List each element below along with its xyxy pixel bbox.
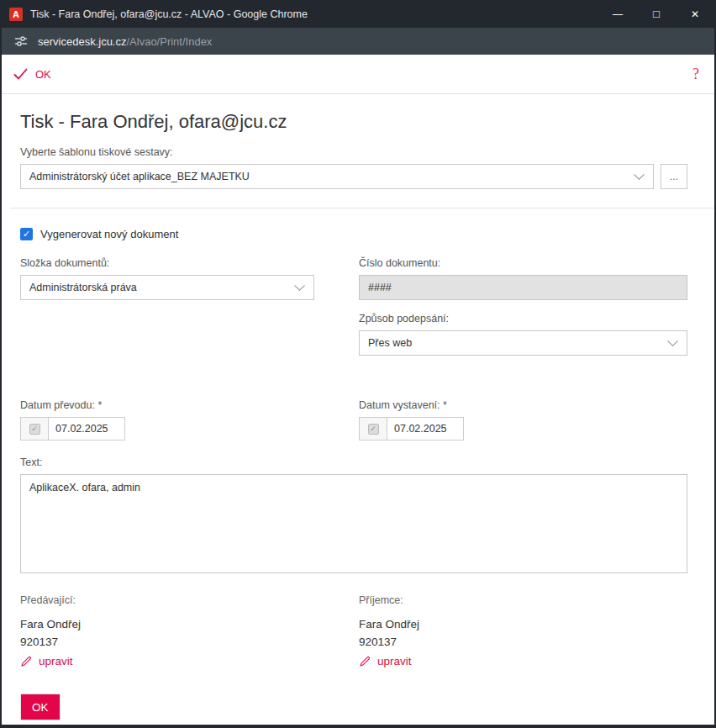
generate-document-checkbox[interactable]: ✓ Vygenerovat nový dokument	[20, 228, 687, 240]
handover-name: Fara Ondřej	[20, 618, 314, 630]
transfer-date-label: Datum převodu: *	[20, 399, 314, 411]
transfer-date-widget: ✓	[20, 417, 314, 440]
recipient-label: Příjemce:	[359, 594, 687, 606]
recipient-number: 920137	[359, 636, 687, 648]
handover-number: 920137	[20, 636, 314, 648]
help-icon[interactable]: ?	[692, 66, 699, 83]
recipient-name: Fara Ondřej	[359, 618, 687, 630]
doc-number-input	[359, 275, 687, 300]
issue-date-widget: ✓	[359, 417, 687, 440]
sign-method-select-value: Přes web	[368, 337, 412, 349]
handover-edit-link[interactable]: upravit	[20, 655, 73, 667]
chevron-down-icon	[667, 335, 678, 346]
window-controls: — □ ✕	[598, 0, 714, 28]
toolbar-ok-button[interactable]: OK	[13, 68, 51, 81]
issue-date-checkbox[interactable]: ✓	[359, 417, 387, 440]
url-domain: servicedesk.jcu.cz	[38, 35, 126, 48]
folder-select[interactable]: Administrátorská práva	[20, 275, 314, 300]
handover-label: Předávající:	[20, 594, 314, 606]
sign-method-label: Způsob podepsání:	[359, 313, 687, 324]
page-title: Tisk - Fara Ondřej, ofara@jcu.cz	[20, 111, 687, 133]
check-icon	[13, 68, 28, 80]
close-button[interactable]: ✕	[676, 0, 714, 28]
text-label: Text:	[20, 456, 687, 468]
section-divider	[10, 208, 714, 208]
title-bar: A Tisk - Fara Ondřej, ofara@jcu.cz - ALV…	[2, 0, 714, 28]
window-title: Tisk - Fara Ondřej, ofara@jcu.cz - ALVAO…	[30, 8, 598, 20]
recipient-edit-link[interactable]: upravit	[359, 655, 412, 667]
text-input[interactable]: AplikaceX. ofara, admin	[20, 474, 687, 573]
transfer-date-input[interactable]	[48, 417, 125, 440]
template-select-value: Administrátorský účet aplikace_BEZ MAJET…	[29, 171, 250, 182]
handover-edit-label: upravit	[39, 655, 73, 667]
template-select[interactable]: Administrátorský účet aplikace_BEZ MAJET…	[20, 164, 654, 189]
browser-window: A Tisk - Fara Ondřej, ofara@jcu.cz - ALV…	[0, 0, 716, 728]
folder-label: Složka dokumentů:	[20, 257, 314, 269]
sign-method-select[interactable]: Přes web	[359, 330, 687, 356]
url-bar[interactable]: servicedesk.jcu.cz/Alvao/Print/Index	[2, 28, 714, 55]
checkbox-disabled-checked-icon: ✓	[368, 424, 379, 435]
ok-submit-button[interactable]: OK	[20, 694, 61, 720]
recipient-edit-label: upravit	[377, 655, 412, 667]
maximize-button[interactable]: □	[637, 0, 676, 28]
alvao-favicon: A	[9, 8, 23, 21]
chevron-down-icon	[294, 280, 305, 291]
minimize-button[interactable]: —	[598, 0, 637, 28]
doc-number-label: Číslo dokumentu:	[359, 257, 687, 269]
folder-select-value: Administrátorská práva	[29, 282, 137, 293]
checkbox-disabled-checked-icon: ✓	[29, 424, 40, 435]
toolbar-ok-label: OK	[35, 68, 51, 81]
checkbox-checked-icon[interactable]: ✓	[20, 228, 33, 240]
edit-pencil-icon	[20, 655, 33, 667]
url-path: /Alvao/Print/Index	[126, 35, 212, 48]
chevron-down-icon	[634, 169, 645, 180]
edit-pencil-icon	[359, 655, 371, 667]
template-label: Vyberte šablonu tiskové sestavy:	[20, 146, 687, 158]
template-more-button[interactable]: ...	[661, 164, 687, 189]
page-toolbar: OK ?	[2, 55, 714, 94]
issue-date-input[interactable]	[387, 417, 464, 440]
print-form: Tisk - Fara Ondřej, ofara@jcu.cz Vyberte…	[2, 94, 714, 725]
issue-date-label: Datum vystavení: *	[359, 399, 687, 411]
transfer-date-checkbox[interactable]: ✓	[20, 417, 49, 440]
url-text[interactable]: servicedesk.jcu.cz/Alvao/Print/Index	[38, 35, 212, 48]
generate-document-label: Vygenerovat nový dokument	[40, 228, 178, 240]
site-settings-tune-icon[interactable]	[14, 34, 28, 48]
